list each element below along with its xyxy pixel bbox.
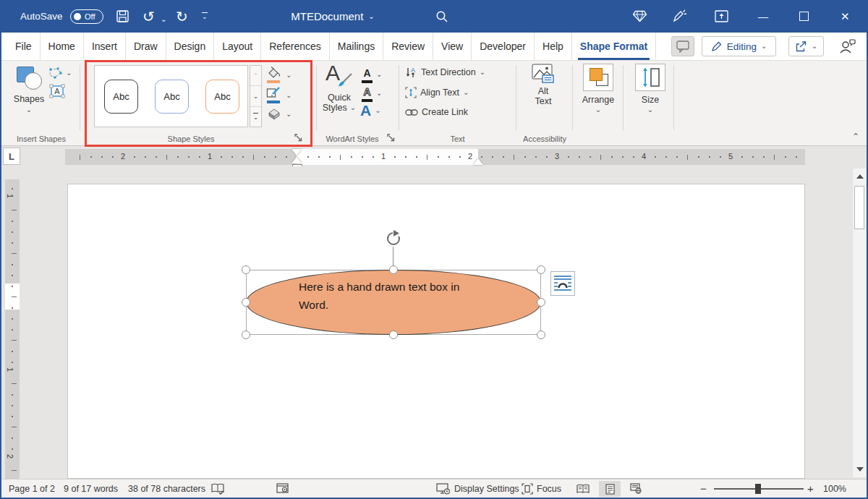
autosave-toggle[interactable]: Off — [70, 0, 103, 33]
shapes-icon — [14, 64, 43, 90]
focus-mode-button[interactable]: Focus — [522, 479, 561, 498]
macro-recording-button[interactable] — [276, 479, 289, 498]
draw-text-box-button[interactable]: A — [49, 84, 65, 98]
align-text-button[interactable]: Align Text ⌄ — [405, 87, 469, 98]
character-count[interactable]: 38 of 78 characters — [128, 479, 205, 498]
drawn-ellipse-shape[interactable] — [246, 270, 541, 335]
quick-styles-button[interactable]: A Quick Styles⌄ — [320, 64, 359, 113]
text-outline-button[interactable]: A ⌄ — [362, 85, 382, 102]
layout-options-button[interactable] — [550, 271, 575, 296]
right-indent-marker[interactable] — [473, 158, 483, 165]
editing-mode-dropdown[interactable]: Editing ⌄ — [702, 36, 776, 56]
shape-effects-button[interactable]: ⌄ — [266, 107, 292, 121]
tab-shape-format[interactable]: Shape Format — [572, 33, 656, 60]
create-link-button[interactable]: Create Link — [405, 107, 468, 117]
resize-handle-top-right[interactable] — [537, 265, 545, 274]
gallery-more-button[interactable]: ⌄ — [250, 107, 261, 127]
tab-developer[interactable]: Developer — [472, 33, 535, 60]
tab-insert[interactable]: Insert — [84, 33, 126, 60]
alt-text-button[interactable]: Alt Text — [519, 64, 567, 106]
tab-review[interactable]: Review — [383, 33, 433, 60]
display-settings-button[interactable]: Display Settings — [436, 479, 519, 498]
resize-handle-middle-left[interactable] — [242, 298, 250, 307]
zoom-out-button[interactable]: − — [700, 479, 707, 498]
edit-shape-button[interactable]: ⌄ — [48, 67, 72, 80]
shape-text-line1[interactable]: Here is a hand drawn text box in — [299, 281, 459, 294]
shape-styles-dialog-launcher[interactable] — [294, 134, 304, 143]
document-title-button[interactable]: MTEDocument ⌄ — [278, 0, 387, 33]
resize-handle-bottom-left[interactable] — [242, 330, 250, 339]
people-button[interactable] — [835, 36, 861, 56]
scrollbar-thumb[interactable] — [854, 186, 864, 229]
tab-design[interactable]: Design — [166, 33, 215, 60]
scroll-down-button[interactable] — [853, 461, 867, 477]
word-count[interactable]: 9 of 17 words — [64, 479, 118, 498]
quick-styles-icon: A — [326, 64, 353, 90]
text-direction-button[interactable]: A Text Direction ⌄ — [405, 67, 485, 78]
shapes-button[interactable]: Shapes ⌄ — [9, 64, 49, 114]
page-indicator[interactable]: Page 1 of 2 — [9, 479, 55, 498]
collapse-ribbon-button[interactable]: ⌃ — [852, 132, 859, 142]
read-mode-button[interactable] — [576, 479, 590, 498]
proofing-status-button[interactable] — [211, 479, 224, 498]
ruler-tick — [12, 264, 13, 265]
tab-home[interactable]: Home — [41, 33, 84, 60]
wordart-styles-dialog-launcher[interactable] — [387, 134, 396, 143]
rotate-icon — [384, 229, 403, 247]
resize-handle-bottom-right[interactable] — [537, 330, 545, 339]
horizontal-ruler[interactable]: 2112345 — [65, 149, 805, 165]
whats-new-button[interactable] — [672, 0, 687, 33]
ribbon-display-options-button[interactable] — [715, 0, 728, 33]
tab-draw[interactable]: Draw — [126, 33, 166, 60]
first-line-indent-marker[interactable] — [292, 149, 302, 155]
redo-button[interactable]: ↻ — [176, 0, 188, 33]
zoom-slider-thumb[interactable] — [755, 484, 761, 494]
premium-button[interactable] — [632, 0, 647, 33]
scroll-up-button[interactable] — [853, 169, 867, 184]
tab-layout[interactable]: Layout — [214, 33, 261, 60]
shape-outline-button[interactable]: ⌄ — [266, 87, 292, 104]
tab-file[interactable]: File — [7, 33, 41, 60]
ruler-tick — [12, 231, 13, 233]
undo-dropdown[interactable]: ⌄ — [161, 3, 166, 35]
tab-references[interactable]: References — [261, 33, 330, 60]
share-button[interactable]: ⌄ — [788, 36, 824, 56]
shape-fill-button[interactable]: ⌄ — [266, 67, 292, 84]
resize-handle-middle-right[interactable] — [537, 298, 545, 307]
tab-stop-selector[interactable]: L — [3, 148, 20, 165]
save-button[interactable] — [116, 0, 129, 33]
hanging-indent-marker[interactable] — [292, 157, 302, 163]
gallery-scroll-down-button[interactable]: ⌄ — [250, 86, 261, 106]
resize-handle-bottom-center[interactable] — [389, 330, 398, 339]
tab-help[interactable]: Help — [535, 33, 572, 60]
close-button[interactable]: ✕ — [841, 0, 850, 33]
vertical-scrollbar[interactable] — [852, 169, 866, 477]
zoom-level[interactable]: 100% — [823, 479, 846, 498]
text-effects-button[interactable]: A ⌄ — [360, 103, 381, 118]
search-button[interactable] — [435, 0, 448, 33]
ruler-tick — [340, 155, 341, 160]
tab-view[interactable]: View — [433, 33, 472, 60]
maximize-button[interactable] — [799, 0, 809, 33]
shape-style-thumbnail-1[interactable]: Abc — [104, 80, 138, 114]
minimize-button[interactable]: — — [758, 0, 768, 33]
web-layout-button[interactable] — [630, 479, 642, 498]
shape-text-line2[interactable]: Word. — [299, 299, 328, 312]
comments-button[interactable] — [671, 36, 694, 56]
gallery-scroll-up-button[interactable]: ⌃ — [250, 66, 261, 86]
zoom-in-button[interactable]: + — [807, 479, 814, 498]
text-fill-button[interactable]: A ⌄ — [362, 67, 382, 83]
resize-handle-top-left[interactable] — [242, 265, 250, 274]
customize-quick-access-button[interactable]: ⌄ — [202, 0, 208, 33]
arrange-button[interactable]: Arrange ⌄ — [576, 64, 621, 114]
size-button[interactable]: Size ⌄ — [631, 64, 670, 114]
ruler-tick — [611, 156, 613, 158]
undo-button[interactable]: ↺ — [142, 0, 155, 33]
rotate-handle[interactable] — [384, 229, 403, 247]
print-layout-button[interactable] — [599, 481, 621, 497]
tab-mailings[interactable]: Mailings — [330, 33, 383, 60]
resize-handle-top-center[interactable] — [389, 265, 398, 274]
shape-style-thumbnail-2[interactable]: Abc — [155, 80, 189, 114]
vertical-ruler[interactable]: 112 — [5, 179, 20, 479]
shape-style-thumbnail-3[interactable]: Abc — [205, 80, 239, 114]
